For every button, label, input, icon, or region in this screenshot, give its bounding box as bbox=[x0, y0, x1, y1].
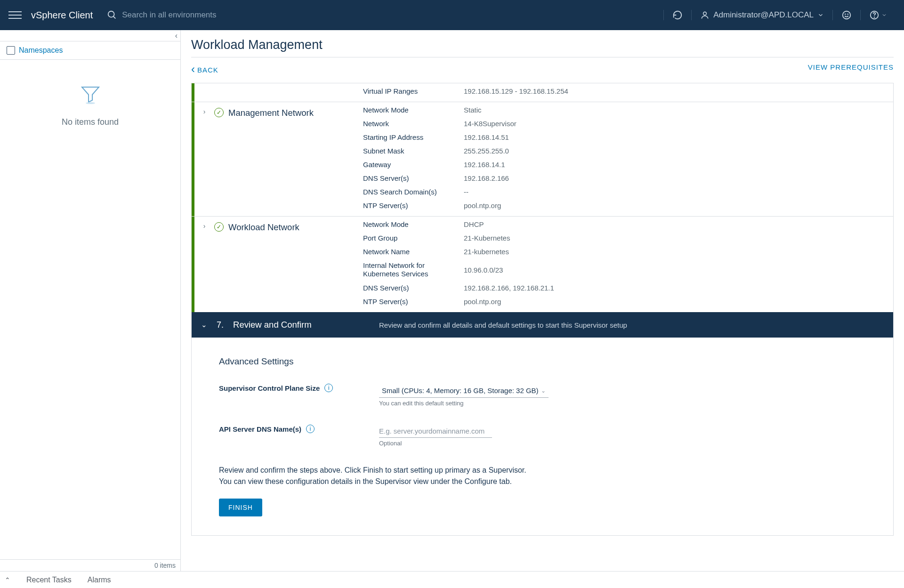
control-plane-size-helper: You can edit this default setting bbox=[379, 400, 549, 407]
chevron-right-icon[interactable]: › bbox=[199, 222, 210, 230]
bottom-bar: ⌃ Recent Tasks Alarms bbox=[0, 571, 904, 588]
chevron-down-icon bbox=[817, 12, 824, 18]
svg-point-7 bbox=[874, 17, 875, 17]
namespaces-icon bbox=[7, 46, 15, 55]
svg-point-0 bbox=[108, 11, 114, 17]
recent-tasks-tab[interactable]: Recent Tasks bbox=[26, 576, 72, 584]
step-number: 7. bbox=[217, 320, 224, 330]
kv-key: Network Mode bbox=[363, 106, 452, 114]
view-prerequisites-link[interactable]: VIEW PREREQUISITES bbox=[808, 63, 894, 76]
control-plane-size-label: Supervisor Control Plane Size bbox=[219, 384, 320, 392]
kv-value: Static bbox=[464, 106, 886, 114]
svg-line-1 bbox=[113, 16, 116, 19]
sidebar-empty-state: No items found bbox=[0, 83, 180, 127]
user-label: Administrator@APD.LOCAL bbox=[713, 10, 814, 20]
step-workload-network: › ✓ Workload Network Network Mode DHCP P… bbox=[192, 216, 893, 312]
control-plane-size-row: Supervisor Control Plane Size i Small (C… bbox=[219, 384, 884, 407]
sidebar-empty-message: No items found bbox=[0, 117, 180, 127]
kv-key: Starting IP Address bbox=[363, 133, 452, 141]
kv-key: Gateway bbox=[363, 161, 452, 169]
confirm-text: Review and confirm the steps above. Clic… bbox=[219, 465, 884, 487]
header-right: Administrator@APD.LOCAL bbox=[663, 10, 896, 20]
advanced-settings: Advanced Settings Supervisor Control Pla… bbox=[192, 338, 893, 535]
kv-key: Network Name bbox=[363, 248, 452, 256]
kv-key: DNS Server(s) bbox=[363, 174, 452, 182]
step-description: Review and confirm all details and defau… bbox=[379, 321, 627, 329]
control-plane-size-value: Small (CPUs: 4, Memory: 16 GB, Storage: … bbox=[382, 387, 539, 395]
expand-panel-icon[interactable]: ⌃ bbox=[5, 576, 10, 584]
chevron-right-icon[interactable]: › bbox=[199, 108, 210, 115]
control-plane-size-select[interactable]: Small (CPUs: 4, Memory: 16 GB, Storage: … bbox=[379, 384, 549, 398]
api-dns-input[interactable] bbox=[379, 425, 492, 438]
status-ok-icon: ✓ bbox=[214, 108, 224, 117]
page-subbar: BACK VIEW PREREQUISITES bbox=[191, 63, 894, 76]
user-icon bbox=[700, 10, 710, 20]
kv-key: Internal Network for Kubernetes Services bbox=[363, 261, 452, 278]
kv-value: 255.255.255.0 bbox=[464, 147, 886, 155]
wizard-steps: Virtual IP Ranges 192.168.15.129 - 192.1… bbox=[191, 83, 894, 536]
sidebar: ‹ Namespaces No items found 0 items bbox=[0, 30, 181, 571]
svg-point-8 bbox=[86, 102, 95, 104]
kv-value: 192.168.2.166, 192.168.21.1 bbox=[464, 284, 886, 292]
sidebar-collapse-handle[interactable]: ‹ bbox=[0, 30, 180, 41]
kv-key: Network bbox=[363, 120, 452, 128]
user-menu[interactable]: Administrator@APD.LOCAL bbox=[691, 10, 832, 20]
kv-value: 192.168.14.51 bbox=[464, 133, 886, 141]
kv-value: 192.168.2.166 bbox=[464, 174, 886, 182]
api-dns-helper: Optional bbox=[379, 440, 549, 447]
sidebar-node-namespaces[interactable]: Namespaces bbox=[0, 41, 180, 60]
step-title: Workload Network bbox=[228, 222, 299, 233]
kv-value: 192.168.15.129 - 192.168.15.254 bbox=[464, 87, 886, 95]
status-ok-icon: ✓ bbox=[214, 222, 224, 232]
search-input[interactable] bbox=[122, 10, 310, 20]
refresh-button[interactable] bbox=[663, 10, 691, 20]
sidebar-node-label[interactable]: Namespaces bbox=[19, 46, 63, 55]
kv-key: DNS Search Domain(s) bbox=[363, 188, 452, 196]
kv-key: NTP Server(s) bbox=[363, 201, 452, 209]
search-icon bbox=[107, 10, 117, 20]
svg-point-2 bbox=[703, 12, 707, 15]
kv-value: DHCP bbox=[464, 220, 886, 228]
chevron-down-icon: ⌄ bbox=[541, 387, 546, 394]
kv-value: pool.ntp.org bbox=[464, 201, 886, 209]
svg-point-3 bbox=[843, 11, 851, 19]
funnel-icon bbox=[0, 83, 180, 108]
advanced-settings-title: Advanced Settings bbox=[219, 356, 884, 367]
kv-value: 21-Kubernetes bbox=[464, 234, 886, 242]
kv-key: Network Mode bbox=[363, 220, 452, 228]
top-bar: vSphere Client Administrator@APD.LOCAL bbox=[0, 0, 904, 30]
kv-key: Subnet Mask bbox=[363, 147, 452, 155]
feedback-button[interactable] bbox=[832, 10, 860, 20]
kv-value: 192.168.14.1 bbox=[464, 161, 886, 169]
step-management-network: › ✓ Management Network Network Mode Stat… bbox=[192, 102, 893, 216]
kv-value: 14-K8Supervisor bbox=[464, 120, 886, 128]
alarms-tab[interactable]: Alarms bbox=[88, 576, 111, 584]
help-button[interactable] bbox=[860, 10, 896, 20]
smiley-icon bbox=[841, 10, 852, 20]
svg-point-4 bbox=[845, 14, 846, 15]
global-search[interactable] bbox=[107, 10, 663, 20]
main-area: Workload Management BACK VIEW PREREQUISI… bbox=[181, 30, 904, 571]
info-icon[interactable]: i bbox=[324, 384, 333, 392]
chevron-down-icon bbox=[881, 12, 887, 18]
kv-key: Virtual IP Ranges bbox=[363, 87, 452, 95]
confirm-line1: Review and confirm the steps above. Clic… bbox=[219, 465, 884, 476]
finish-button[interactable]: FINISH bbox=[219, 499, 262, 516]
kv-value: 10.96.0.0/23 bbox=[464, 266, 886, 274]
info-icon[interactable]: i bbox=[306, 425, 315, 433]
kv-value: 21-kubernetes bbox=[464, 248, 886, 256]
back-link[interactable]: BACK bbox=[191, 63, 218, 76]
refresh-icon bbox=[672, 10, 683, 20]
chevron-down-icon[interactable]: ⌄ bbox=[201, 321, 207, 329]
api-dns-label: API Server DNS Name(s) bbox=[219, 425, 301, 433]
kv-key: NTP Server(s) bbox=[363, 298, 452, 306]
kv-value: pool.ntp.org bbox=[464, 298, 886, 306]
brand-title: vSphere Client bbox=[31, 10, 93, 21]
kv-key: Port Group bbox=[363, 234, 452, 242]
step-review-confirm-header: ⌄ 7. Review and Confirm Review and confi… bbox=[192, 312, 893, 338]
kv-value: -- bbox=[464, 188, 886, 196]
confirm-line2: You can view these configuration details… bbox=[219, 476, 884, 487]
api-dns-row: API Server DNS Name(s) i Optional bbox=[219, 425, 884, 447]
menu-hamburger-icon[interactable] bbox=[8, 8, 22, 22]
kv-key: DNS Server(s) bbox=[363, 284, 452, 292]
